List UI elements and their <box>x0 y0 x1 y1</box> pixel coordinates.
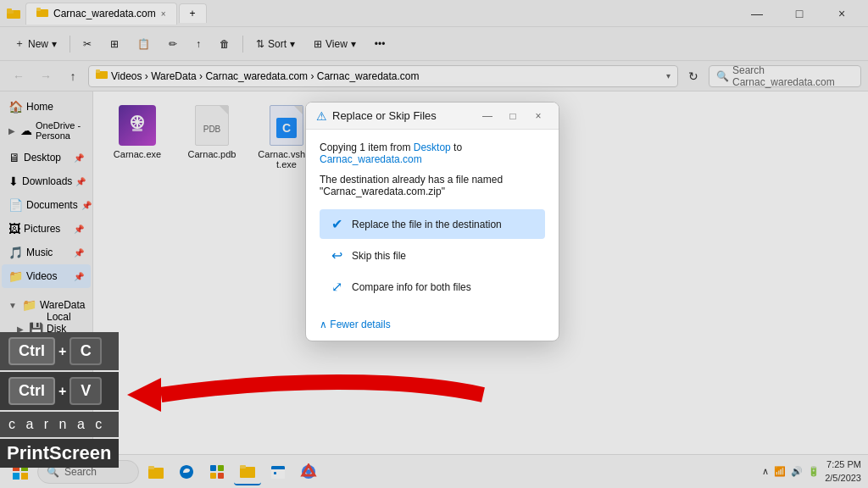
dialog-option-compare[interactable]: ⤢ Compare info for both files <box>320 272 545 302</box>
skip-option-label: Skip this file <box>352 250 406 262</box>
ctrl-c-plus: + <box>58 344 66 359</box>
ctrl-v-combo: Ctrl + V <box>0 372 119 410</box>
dialog-title-bar: ⚠ Replace or Skip Files — □ × <box>306 103 559 130</box>
fewer-details-label: ∧ Fewer details <box>320 319 391 330</box>
ctrl-v-plus: + <box>58 384 66 399</box>
print-screen-label: PrintScreen <box>0 439 119 468</box>
carnac-label: c a r n a c <box>0 412 119 437</box>
ctrl-v-ctrl-key: Ctrl <box>8 377 55 405</box>
dialog-message: The destination already has a file named… <box>320 174 545 197</box>
dialog-close-button[interactable]: × <box>528 106 548 126</box>
dialog-body: Copying 1 item from Desktop to Carnac_wa… <box>306 130 559 312</box>
replace-option-label: Replace the file in the destination <box>352 219 502 230</box>
replace-option-icon: ✔ <box>328 216 345 232</box>
dialog-title-text: Replace or Skip Files <box>332 109 472 122</box>
dialog-maximize-button[interactable]: □ <box>503 106 523 126</box>
ctrl-c-combo: Ctrl + C <box>0 332 119 370</box>
compare-option-icon: ⤢ <box>328 279 345 295</box>
dialog-option-replace[interactable]: ✔ Replace the file in the destination <box>320 209 545 239</box>
dialog-minimize-button[interactable]: — <box>477 106 498 126</box>
ctrl-v-letter-key: V <box>70 377 102 405</box>
replace-or-skip-dialog: ⚠ Replace or Skip Files — □ × Copying 1 … <box>305 102 559 341</box>
copy-to-link[interactable]: Carnac_waredata.com <box>320 153 422 165</box>
dialog-title-icon: ⚠ <box>316 109 327 123</box>
dialog-copy-info: Copying 1 item from Desktop to Carnac_wa… <box>320 141 545 165</box>
dialog-option-skip[interactable]: ↩ Skip this file <box>320 241 545 270</box>
copy-from-link[interactable]: Desktop <box>414 141 451 153</box>
compare-option-label: Compare info for both files <box>352 281 471 293</box>
red-arrow <box>110 361 492 429</box>
skip-option-icon: ↩ <box>328 247 345 263</box>
dialog-footer[interactable]: ∧ Fewer details <box>306 312 559 341</box>
keyboard-overlay: Ctrl + C Ctrl + V c a r n a c PrintScree… <box>0 332 119 468</box>
svg-marker-14 <box>127 378 161 412</box>
ctrl-c-letter-key: C <box>70 337 102 365</box>
ctrl-c-ctrl-key: Ctrl <box>8 337 55 365</box>
